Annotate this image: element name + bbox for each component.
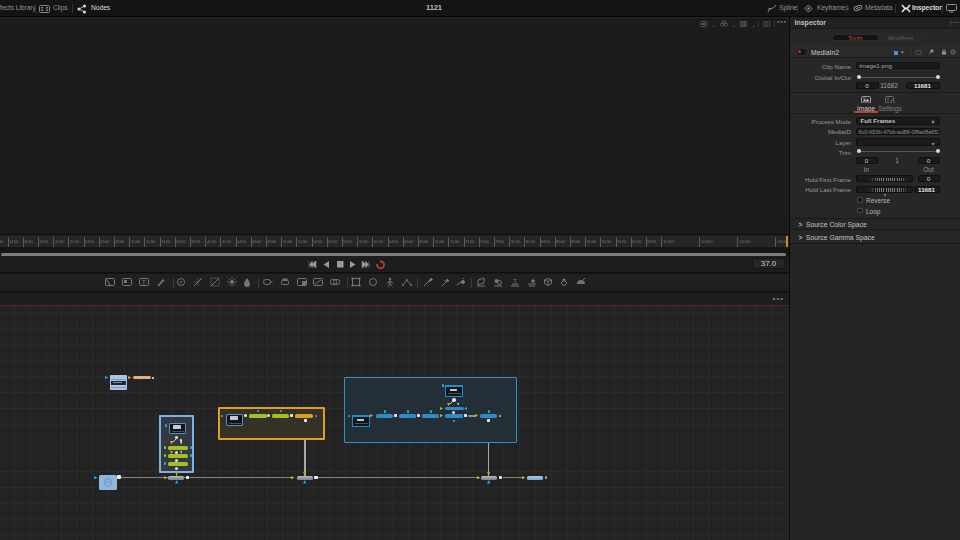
- svg-text:T: T: [142, 279, 147, 286]
- svg-text:T: T: [513, 278, 517, 284]
